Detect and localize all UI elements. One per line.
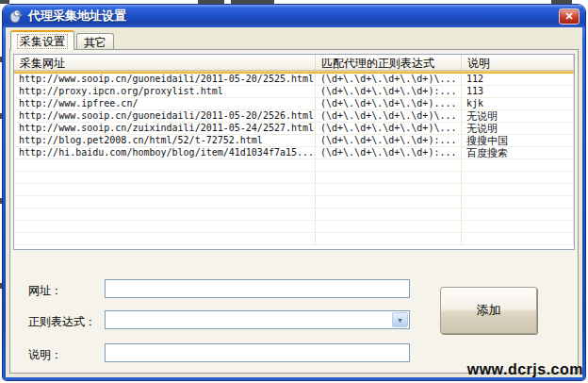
- cell-desc: 112: [462, 74, 574, 85]
- table-row[interactable]: [14, 233, 574, 245]
- cell-desc: [462, 184, 574, 195]
- cell-desc: 无说明: [462, 123, 574, 134]
- cell-url: [14, 208, 316, 220]
- desc-label: 说明：: [28, 347, 62, 363]
- cell-regex: (\d+\.\d+\.\d+\.\d+)\...: [316, 74, 462, 85]
- cell-url: http://www.sooip.cn/guoneidaili/2011-05-…: [14, 110, 316, 122]
- tab-label: 采集设置: [18, 35, 67, 48]
- dialog-body: 采集设置 其它 采集网址匹配代理的正则表达式说明 http://www.sooi…: [6, 27, 582, 377]
- table-row[interactable]: http://www.ipfree.cn/(\d+\.\d+\.\d+\.\d+…: [14, 98, 574, 110]
- cell-desc: 113: [462, 86, 574, 97]
- window-title: 代理采集地址设置: [28, 8, 126, 25]
- cell-regex: [316, 221, 462, 232]
- tab-label: 其它: [84, 36, 106, 49]
- cell-regex: [316, 196, 462, 208]
- cell-desc: 搜搜中国: [462, 135, 574, 146]
- cell-regex: [316, 208, 462, 220]
- tab-collection-settings[interactable]: 采集设置: [10, 30, 74, 50]
- cell-regex: [316, 184, 462, 195]
- background-fragment: [198, 0, 224, 4]
- cell-url: http://www.sooip.cn/zuixindaili/2011-05-…: [14, 123, 316, 134]
- cell-url: [14, 233, 316, 244]
- background-fragment: [0, 0, 9, 4]
- cell-desc: 无说明: [462, 110, 574, 122]
- cell-url: [14, 196, 316, 208]
- url-label: 网址：: [28, 283, 62, 299]
- table-row[interactable]: [14, 172, 574, 184]
- desc-input[interactable]: [105, 343, 410, 362]
- table-row[interactable]: http://blog.pet2008.cn/html/52/t-72752.h…: [14, 135, 574, 147]
- listview-body: http://www.sooip.cn/guoneidaili/2011-05-…: [14, 74, 574, 245]
- cell-regex: [316, 233, 462, 244]
- cell-url: http://hi.baidu.com/homboy/blog/item/41d…: [14, 147, 316, 158]
- cell-desc: [462, 233, 574, 244]
- cell-desc: [462, 172, 574, 183]
- table-row[interactable]: [14, 208, 574, 221]
- proxy-url-listview[interactable]: 采集网址匹配代理的正则表达式说明 http://www.sooip.cn/guo…: [13, 54, 575, 250]
- cell-regex: (\d+\.\d+\.\d+\.\d+):...: [316, 135, 462, 146]
- tabstrip: 采集设置 其它: [10, 30, 114, 50]
- cell-url: http://www.sooip.cn/guoneidaili/2011-05-…: [14, 74, 316, 85]
- cell-regex: (\d+\.\d+\.\d+\.\d+):...: [316, 147, 462, 158]
- proxy-settings-dialog: 代理采集地址设置 ✕ 采集设置 其它 采集网址匹配代理的正则表达式说明 http…: [3, 5, 585, 380]
- cell-url: [14, 159, 316, 171]
- cell-regex: [316, 159, 462, 171]
- cell-url: http://www.ipfree.cn/: [14, 98, 316, 109]
- table-row[interactable]: [14, 159, 574, 172]
- cell-regex: (\d+\.\d+\.\d+\.\d+)....: [316, 98, 462, 109]
- background-fragment: [551, 0, 572, 4]
- cell-regex: (\d+\.\d+\.\d+\.\d+)\...: [316, 123, 462, 134]
- combo-dropdown-icon[interactable]: ▼: [392, 312, 408, 327]
- table-row[interactable]: [14, 196, 574, 208]
- table-row[interactable]: [14, 184, 574, 196]
- titlebar[interactable]: 代理采集地址设置 ✕: [3, 5, 585, 27]
- column-header[interactable]: 采集网址: [14, 55, 316, 70]
- table-row[interactable]: [14, 221, 574, 233]
- add-button[interactable]: 添加: [440, 287, 537, 334]
- column-header[interactable]: 说明: [462, 55, 574, 70]
- cell-url: [14, 184, 316, 195]
- cell-url: [14, 172, 316, 183]
- tab-page-collection-settings: 采集网址匹配代理的正则表达式说明 http://www.sooip.cn/guo…: [9, 49, 579, 374]
- cell-desc: [462, 208, 574, 220]
- background-fragment: [231, 0, 274, 4]
- cell-desc: [462, 196, 574, 208]
- cell-regex: (\d+\.\d+\.\d+\.\d+):...: [316, 86, 462, 97]
- regex-combobox[interactable]: ▼: [105, 310, 410, 329]
- cell-desc: 百度搜索: [462, 147, 574, 158]
- cell-regex: (\d+\.\d+\.\d+\.\d+)\...: [316, 110, 462, 122]
- cell-desc: [462, 159, 574, 171]
- cell-url: http://blog.pet2008.cn/html/52/t-72752.h…: [14, 135, 316, 146]
- table-row[interactable]: http://www.sooip.cn/guoneidaili/2011-05-…: [14, 74, 574, 86]
- cell-desc: kjk: [462, 98, 574, 109]
- table-row[interactable]: http://proxy.ipcn.org/proxylist.html(\d+…: [14, 86, 574, 98]
- close-button[interactable]: ✕: [559, 8, 580, 25]
- cell-url: http://proxy.ipcn.org/proxylist.html: [14, 86, 316, 97]
- app-icon: [8, 8, 24, 24]
- listview-header: 采集网址匹配代理的正则表达式说明: [14, 55, 574, 71]
- cell-desc: [462, 221, 574, 232]
- watermark: www.dcrjs.com: [467, 361, 583, 378]
- regex-label: 正则表达式：: [28, 314, 96, 330]
- cell-regex: [316, 172, 462, 183]
- table-row[interactable]: http://hi.baidu.com/homboy/blog/item/41d…: [14, 147, 574, 159]
- column-header[interactable]: 匹配代理的正则表达式: [316, 55, 462, 70]
- cell-url: [14, 221, 316, 232]
- tab-other[interactable]: 其它: [76, 33, 114, 50]
- table-row[interactable]: http://www.sooip.cn/zuixindaili/2011-05-…: [14, 123, 574, 135]
- table-row[interactable]: http://www.sooip.cn/guoneidaili/2011-05-…: [14, 110, 574, 123]
- url-input[interactable]: [105, 279, 410, 298]
